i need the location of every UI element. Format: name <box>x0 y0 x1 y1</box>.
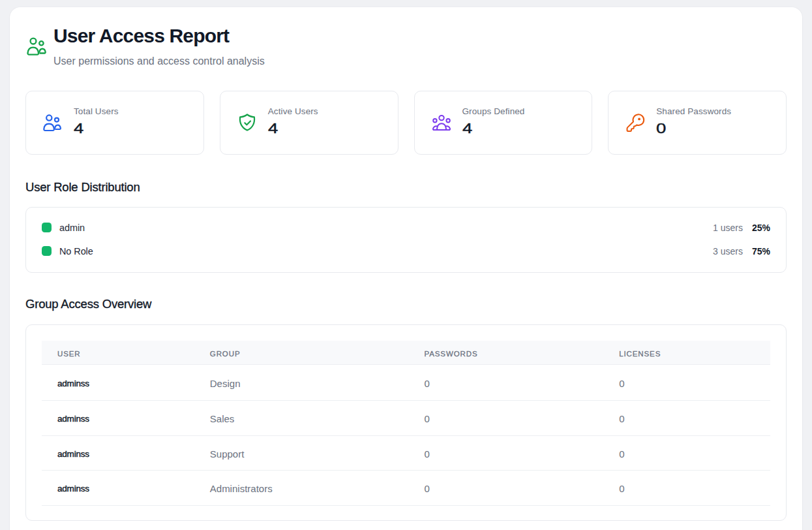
table-row: adminss Sales 0 0 <box>42 401 770 436</box>
cell-passwords: 0 <box>409 471 604 506</box>
cell-group: Design <box>194 365 409 401</box>
people-icon <box>25 36 45 55</box>
cell-user: adminss <box>42 471 194 506</box>
cell-licenses: 0 <box>603 471 770 506</box>
cell-passwords: 0 <box>409 436 604 471</box>
table-row: adminss Design 0 0 <box>42 365 770 401</box>
cell-licenses: 0 <box>603 436 770 471</box>
column-header-licenses: LICENSES <box>603 341 770 365</box>
role-user-count: 3 users <box>713 246 743 257</box>
stat-text: Total Users 4 <box>74 106 119 137</box>
table-row: adminss Administrators 0 0 <box>42 471 770 506</box>
cell-group: Administrators <box>194 471 409 506</box>
role-percent: 75% <box>752 246 770 257</box>
stat-text: Groups Defined 4 <box>462 106 525 137</box>
report-panel: User Access Report User permissions and … <box>10 7 802 530</box>
role-color-swatch <box>42 223 52 232</box>
stat-card-groups-defined: Groups Defined 4 <box>414 91 593 155</box>
section-heading-role-distribution: User Role Distribution <box>25 179 787 195</box>
key-icon <box>625 113 645 132</box>
shield-check-icon <box>237 113 257 132</box>
role-percent: 25% <box>752 223 770 233</box>
page-subtitle: User permissions and access control anal… <box>53 54 265 69</box>
cell-group: Sales <box>194 401 409 436</box>
table-header-row: USER GROUP PASSWORDS LICENSES <box>42 341 770 365</box>
stat-card-shared-passwords: Shared Passwords 0 <box>608 91 787 155</box>
stat-text: Shared Passwords 0 <box>656 106 731 137</box>
group-icon <box>432 113 451 132</box>
stat-value: 4 <box>268 120 278 137</box>
cell-passwords: 0 <box>409 401 604 436</box>
stat-label: Groups Defined <box>462 106 525 117</box>
role-label: admin <box>59 223 85 233</box>
role-distribution-card: admin 1 users 25% No Role 3 users 75% <box>25 207 787 273</box>
table-row: adminss Support 0 0 <box>42 436 770 471</box>
column-header-group: GROUP <box>194 341 409 365</box>
stat-text: Active Users 4 <box>268 106 318 137</box>
cell-user: adminss <box>42 436 194 471</box>
stat-value: 4 <box>74 120 83 137</box>
column-header-passwords: PASSWORDS <box>409 341 604 365</box>
people-icon <box>42 113 61 132</box>
stat-label: Total Users <box>74 106 119 117</box>
stat-value: 0 <box>656 120 666 137</box>
report-header: User Access Report User permissions and … <box>25 23 787 69</box>
group-access-table: USER GROUP PASSWORDS LICENSES adminss De… <box>42 341 770 507</box>
stat-cards: Total Users 4 Active Users 4 Groups Defi… <box>25 91 787 155</box>
stat-label: Active Users <box>268 106 318 117</box>
cell-user: adminss <box>42 401 194 436</box>
cell-group: Support <box>194 436 409 471</box>
title-block: User Access Report User permissions and … <box>53 23 265 69</box>
role-color-swatch <box>42 246 52 256</box>
stat-card-active-users: Active Users 4 <box>220 91 398 155</box>
stat-value: 4 <box>462 120 472 137</box>
role-label: No Role <box>59 246 93 257</box>
role-row-no-role: No Role 3 users 75% <box>42 240 770 263</box>
cell-passwords: 0 <box>409 365 604 401</box>
cell-licenses: 0 <box>603 401 770 436</box>
cell-user: adminss <box>42 365 194 401</box>
cell-licenses: 0 <box>603 365 770 401</box>
group-access-table-card: USER GROUP PASSWORDS LICENSES adminss De… <box>25 324 787 522</box>
role-user-count: 1 users <box>713 223 743 233</box>
page-title: User Access Report <box>53 23 265 48</box>
stat-card-total-users: Total Users 4 <box>25 91 204 155</box>
stat-label: Shared Passwords <box>656 106 731 117</box>
column-header-user: USER <box>42 341 194 365</box>
section-heading-group-access: Group Access Overview <box>25 296 787 312</box>
role-row-admin: admin 1 users 25% <box>42 216 770 240</box>
